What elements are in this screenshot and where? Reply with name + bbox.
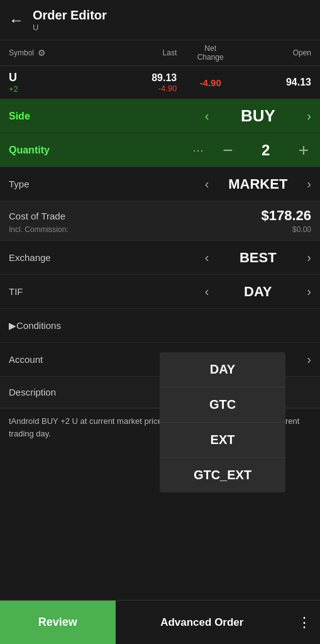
review-button[interactable]: Review — [0, 601, 116, 644]
quantity-control: ⋯ − 2 + — [192, 140, 311, 160]
commission-value: $0.00 — [292, 225, 311, 234]
type-field-row: Type ‹ MARKET › — [0, 167, 320, 201]
more-icon: ⋮ — [297, 614, 311, 631]
more-options-button[interactable]: ⋮ — [289, 601, 320, 644]
type-control: ‹ MARKET › — [205, 176, 311, 192]
type-label: Type — [9, 179, 205, 189]
exchange-prev-chevron[interactable]: ‹ — [205, 250, 209, 265]
quantity-dots-icon[interactable]: ⋯ — [192, 143, 204, 157]
type-value: MARKET — [220, 176, 295, 192]
quantity-label: Quantity — [9, 145, 192, 156]
tif-prev-chevron[interactable]: ‹ — [205, 284, 209, 299]
exchange-value: BEST — [220, 250, 295, 266]
symbol-last-change: -4.90 — [109, 84, 177, 93]
tif-option-gtc-ext[interactable]: GTC_EXT — [160, 458, 285, 492]
conditions-label[interactable]: ▶Conditions — [9, 320, 311, 331]
th-net-line1: Net — [177, 44, 244, 53]
gear-icon[interactable]: ⚙ — [38, 48, 46, 58]
exchange-next-chevron[interactable]: › — [307, 250, 311, 265]
symbol-col: U +2 — [9, 71, 109, 94]
th-net-change: Net Change — [177, 44, 244, 62]
side-value: BUY — [220, 106, 295, 126]
quantity-field-row: Quantity ⋯ − 2 + — [0, 133, 320, 167]
commission-row: Incl. Commission: $0.00 — [9, 225, 311, 234]
tif-value: DAY — [220, 284, 295, 300]
side-field-row: Side ‹ BUY › — [0, 99, 320, 133]
type-next-chevron[interactable]: › — [307, 177, 311, 191]
side-control: ‹ BUY › — [205, 106, 311, 126]
tif-next-chevron[interactable]: › — [307, 284, 311, 299]
tif-dropdown-menu[interactable]: DAY GTC EXT GTC_EXT — [160, 352, 285, 492]
tif-option-ext[interactable]: EXT — [160, 423, 285, 458]
advanced-order-button[interactable]: Advanced Order — [116, 601, 289, 644]
side-prev-chevron[interactable]: ‹ — [205, 109, 209, 123]
header: ← Order Editor U — [0, 0, 320, 40]
side-next-chevron[interactable]: › — [307, 109, 311, 123]
symbol-position: +2 — [9, 84, 109, 94]
th-open: Open — [244, 48, 311, 57]
exchange-label: Exchange — [9, 252, 205, 263]
cost-label: Cost of Trade — [9, 211, 65, 221]
header-title: Order Editor — [33, 8, 107, 23]
symbol-net-val: -4.90 — [177, 77, 244, 88]
symbol-row: U +2 89.13 -4.90 -4.90 94.13 — [0, 66, 320, 99]
quantity-value: 2 — [247, 142, 285, 159]
cost-row: Cost of Trade $178.26 — [9, 208, 311, 224]
tif-control: ‹ DAY › — [205, 284, 311, 300]
symbol-net: -4.90 — [177, 77, 244, 88]
symbol-open-val: 94.13 — [244, 77, 311, 88]
conditions-field-row: ▶Conditions — [0, 309, 320, 343]
th-symbol-label: Symbol — [9, 48, 34, 57]
quantity-plus-button[interactable]: + — [296, 140, 311, 160]
commission-label: Incl. Commission: — [9, 225, 69, 234]
th-symbol: Symbol ⚙ — [9, 48, 109, 58]
cost-value: $178.26 — [261, 208, 311, 224]
table-header: Symbol ⚙ Last Net Change Open — [0, 40, 320, 66]
type-prev-chevron[interactable]: ‹ — [205, 177, 209, 191]
cost-section: Cost of Trade $178.26 Incl. Commission: … — [0, 201, 320, 241]
th-net-line2: Change — [177, 53, 244, 62]
symbol-last-price: 89.13 — [109, 72, 177, 84]
symbol-last: 89.13 -4.90 — [109, 72, 177, 93]
bottom-bar: Review Advanced Order ⋮ — [0, 600, 320, 644]
header-title-block: Order Editor U — [33, 8, 107, 32]
header-subtitle: U — [33, 23, 107, 32]
quantity-minus-button[interactable]: − — [220, 140, 235, 160]
account-next-chevron[interactable]: › — [307, 352, 311, 367]
symbol-ticker: U — [9, 71, 109, 84]
tif-field-row: TIF ‹ DAY › — [0, 275, 320, 309]
tif-option-gtc[interactable]: GTC — [160, 387, 285, 423]
symbol-open: 94.13 — [244, 77, 311, 88]
tif-option-day[interactable]: DAY — [160, 352, 285, 387]
exchange-control: ‹ BEST › — [205, 250, 311, 266]
side-label: Side — [9, 111, 205, 122]
exchange-field-row: Exchange ‹ BEST › — [0, 241, 320, 275]
tif-label: TIF — [9, 286, 205, 297]
th-last: Last — [109, 48, 177, 57]
back-button[interactable]: ← — [9, 11, 24, 29]
